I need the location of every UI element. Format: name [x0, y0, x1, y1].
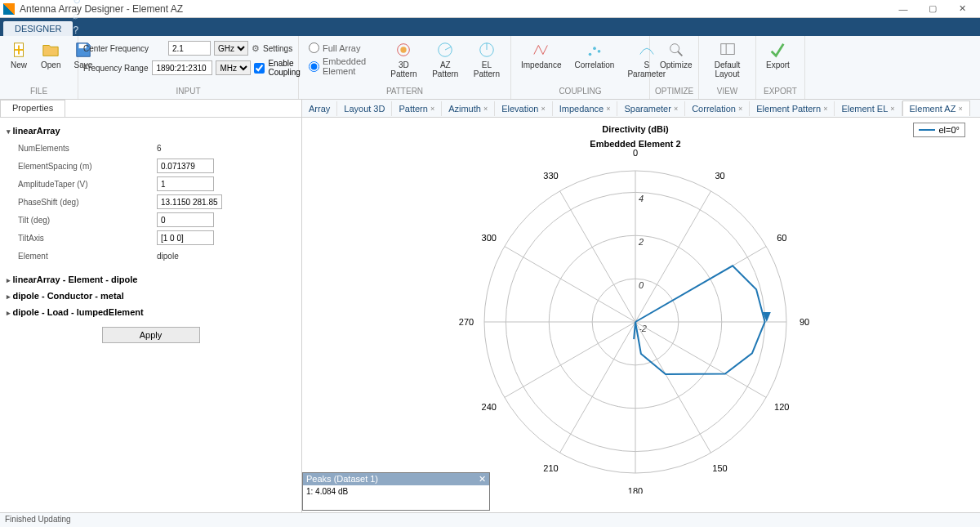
properties-panel: Properties linearArray NumElements6 Elem… [0, 100, 302, 512]
svg-text:120: 120 [774, 402, 789, 412]
enable-coupling-checkbox[interactable] [254, 63, 265, 74]
new-button[interactable]: New [5, 39, 33, 71]
close-tab-icon[interactable]: × [606, 105, 610, 113]
prop-phaseshift-input[interactable] [157, 194, 222, 209]
svg-text:300: 300 [482, 233, 497, 243]
coupling-group-label: COUPLING [516, 87, 644, 97]
freq-range-unit[interactable]: MHz [216, 60, 251, 75]
svg-line-34 [635, 322, 766, 398]
file-group-label: FILE [5, 87, 73, 97]
settings-label[interactable]: Settings [263, 44, 292, 53]
svg-line-28 [635, 191, 711, 322]
view-tab-element-el[interactable]: Element EL× [835, 101, 902, 116]
search-icon[interactable]: ⌕ [73, 10, 975, 21]
svg-line-48 [560, 191, 636, 322]
peaks-box[interactable]: Peaks (Dataset 1)✕ 1: 4.084 dB [302, 472, 490, 511]
view-tabstrip: ArrayLayout 3DPattern×Azimuth×Elevation×… [302, 100, 980, 118]
center-freq-input[interactable] [168, 41, 211, 56]
correlation-button[interactable]: Correlation [569, 39, 619, 71]
svg-text:2: 2 [638, 237, 644, 247]
properties-body: linearArray NumElements6 ElementSpacing … [0, 118, 301, 512]
3d-pattern-button[interactable]: 3D Pattern [385, 39, 423, 80]
section-lineararray[interactable]: linearArray [7, 123, 295, 139]
close-tab-icon[interactable]: × [738, 105, 742, 113]
main-content: Properties linearArray NumElements6 Elem… [0, 100, 980, 512]
view-tab-pattern[interactable]: Pattern× [392, 101, 442, 116]
section-conductor[interactable]: dipole - Conductor - metal [7, 288, 295, 304]
view-tab-correlation[interactable]: Correlation× [685, 101, 750, 116]
view-tab-element-pattern[interactable]: Element Pattern× [750, 101, 835, 116]
view-tab-azimuth[interactable]: Azimuth× [442, 101, 495, 116]
optimize-button[interactable]: Optimize [655, 39, 697, 71]
reload-icon[interactable]: ↻ [73, 0, 975, 7]
close-tab-icon[interactable]: × [541, 105, 545, 113]
titlebar-quick-actions: ↻ ⌕ ? [73, 0, 980, 36]
close-tab-icon[interactable]: × [430, 105, 434, 113]
close-tab-icon[interactable]: × [674, 105, 678, 113]
prop-amplitudetaper-input[interactable] [157, 176, 214, 191]
view-panel: ArrayLayout 3DPattern×Azimuth×Elevation×… [302, 100, 980, 512]
plot-area: Directivity (dBi)Embedded Element 2-2024… [302, 118, 980, 512]
view-group-label: VIEW [704, 87, 751, 97]
view-tab-array[interactable]: Array [302, 101, 337, 116]
peaks-row: 1: 4.084 dB [303, 485, 489, 510]
svg-point-10 [598, 50, 601, 53]
input-group-label: INPUT [83, 87, 293, 97]
center-freq-unit[interactable]: GHz [214, 41, 248, 56]
prop-tilt-label: Tilt (deg) [18, 216, 157, 225]
prop-tilt-input[interactable] [157, 212, 214, 227]
prop-amplitudetaper-label: AmplitudeTaper (V) [18, 180, 157, 189]
svg-line-12 [678, 51, 683, 56]
section-load[interactable]: dipole - Load - lumpedElement [7, 304, 295, 320]
prop-numelements-label: NumElements [18, 144, 157, 153]
app-logo-icon [3, 3, 15, 15]
view-tab-elevation[interactable]: Elevation× [495, 101, 553, 116]
help-icon[interactable]: ? [73, 25, 975, 36]
embedded-element-radio[interactable]: Embedded Element [309, 56, 376, 76]
az-pattern-button[interactable]: AZ Pattern [426, 39, 465, 80]
close-tab-icon[interactable]: × [823, 105, 827, 113]
view-tab-impedance[interactable]: Impedance× [553, 101, 618, 116]
apply-button[interactable]: Apply [102, 327, 200, 343]
new-label: New [11, 60, 27, 69]
svg-text:90: 90 [800, 317, 809, 327]
view-tab-layout-3d[interactable]: Layout 3D [337, 101, 392, 116]
svg-point-5 [401, 47, 407, 52]
ribbon-tab-designer[interactable]: DESIGNER [3, 21, 73, 36]
svg-text:150: 150 [712, 463, 727, 473]
freq-range-label: Frequency Range [83, 64, 149, 73]
polar-plot: Directivity (dBi)Embedded Element 2-2024… [302, 118, 972, 494]
ribbon-toolbar: New Open Save FILE Center Frequency GHz … [0, 36, 980, 100]
plot-legend: el=0° [913, 123, 965, 137]
view-tab-sparameter[interactable]: Sparameter× [617, 101, 685, 116]
prop-elementspacing-input[interactable] [157, 159, 214, 173]
prop-tiltaxis-input[interactable] [157, 230, 214, 245]
prop-tiltaxis-label: TiltAxis [18, 234, 157, 243]
close-tab-icon[interactable]: × [483, 105, 488, 113]
svg-text:-2: -2 [639, 324, 647, 333]
svg-point-9 [593, 47, 596, 50]
export-button[interactable]: Export [761, 39, 795, 71]
svg-text:0: 0 [639, 280, 644, 290]
view-tab-element-az[interactable]: Element AZ× [902, 100, 970, 116]
open-label: Open [41, 60, 60, 69]
svg-text:330: 330 [543, 171, 558, 181]
close-tab-icon[interactable]: × [958, 105, 962, 113]
prop-elementspacing-label: ElementSpacing (m) [18, 162, 157, 171]
full-array-radio[interactable]: Full Array [309, 42, 376, 53]
peaks-title: Peaks (Dataset 1) [306, 474, 378, 485]
svg-text:4: 4 [639, 194, 644, 203]
svg-text:270: 270 [459, 317, 474, 327]
open-button[interactable]: Open [36, 39, 65, 71]
status-bar: Finished Updating [0, 512, 980, 527]
section-element-dipole[interactable]: linearArray - Element - dipole [7, 271, 295, 288]
svg-text:30: 30 [715, 171, 724, 181]
peaks-close-icon[interactable]: ✕ [479, 474, 486, 485]
impedance-button[interactable]: Impedance [516, 39, 566, 71]
freq-range-input[interactable] [152, 60, 212, 75]
close-tab-icon[interactable]: × [890, 105, 894, 113]
el-pattern-button[interactable]: EL Pattern [468, 39, 506, 80]
default-layout-button[interactable]: Default Layout [704, 39, 751, 80]
properties-tab[interactable]: Properties [0, 100, 65, 117]
gear-icon[interactable]: ⚙ [252, 43, 260, 54]
